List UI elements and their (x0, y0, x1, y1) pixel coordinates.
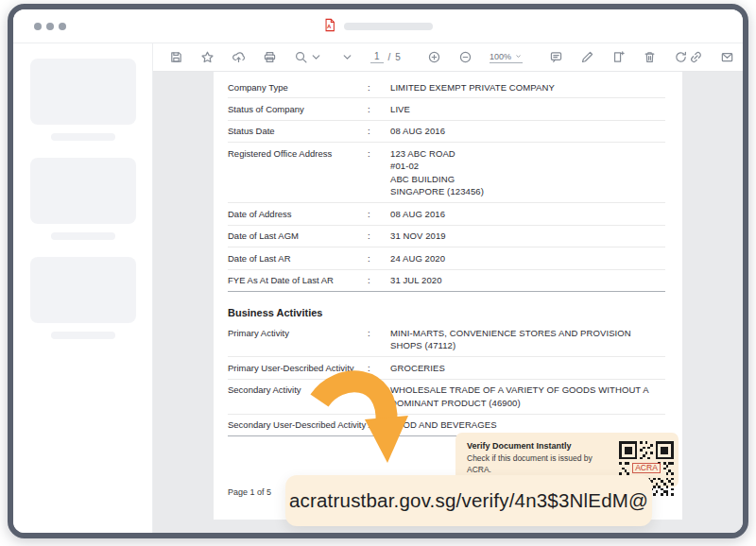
page-footer: Page 1 of 5 (228, 487, 271, 497)
field-colon: : (368, 81, 390, 94)
field-value: 24 AUG 2020 (390, 252, 665, 264)
zoom-level-value: 100% (490, 52, 511, 61)
mail-icon[interactable] (720, 50, 735, 65)
document-field-row: Registered Office Address : 123 ABC ROAD… (228, 143, 665, 203)
field-value: 31 NOV 2019 (390, 230, 665, 242)
field-label: Secondary User-Described Activity (228, 418, 368, 431)
browser-window: A (8, 4, 748, 538)
field-colon: : (368, 274, 390, 286)
field-label: Status of Company (228, 103, 368, 115)
chevron-down-icon[interactable] (308, 50, 323, 65)
refresh-icon[interactable] (674, 50, 689, 65)
page-thumbnail-caption (51, 133, 115, 141)
field-label: Registered Office Address (228, 147, 368, 198)
save-icon[interactable] (168, 50, 183, 65)
document-tab: A (13, 9, 743, 43)
page-thumbnail-caption (51, 232, 115, 240)
star-icon[interactable] (199, 50, 215, 65)
print-icon[interactable] (262, 50, 277, 65)
pdf-file-icon: A (323, 18, 336, 36)
field-label: Date of Address (228, 208, 368, 220)
field-colon: : (368, 362, 390, 374)
document-field-row: Primary Activity : MINI-MARTS, CONVENIEN… (228, 322, 665, 357)
field-colon: : (368, 147, 390, 198)
pdf-viewport: Company Type : LIMITED EXEMPT PRIVATE CO… (153, 72, 743, 537)
company-profile-table: Company Type : LIMITED EXEMPT PRIVATE CO… (228, 77, 665, 292)
cloud-upload-icon[interactable] (231, 50, 246, 65)
field-value: 08 AUG 2016 (390, 208, 665, 220)
document-field-row: Date of Last AR : 24 AUG 2020 (228, 247, 665, 269)
field-label: FYE As At Date of Last AR (228, 274, 368, 286)
field-label: Date of Last AGM (228, 230, 368, 242)
field-value: GROCERIES (390, 362, 665, 374)
page-number-control: 1 / 5 (370, 51, 401, 63)
field-value: WHOLESALE TRADE OF A VARIETY OF GOODS WI… (390, 384, 665, 409)
field-colon: : (368, 418, 390, 431)
qr-acra-label: ACRA (635, 463, 658, 472)
thumbnail-sidebar (13, 43, 153, 537)
document-field-row: Date of Last AGM : 31 NOV 2019 (228, 226, 665, 247)
zoom-out-icon[interactable] (458, 50, 473, 65)
page-divider: / (388, 52, 391, 62)
search-icon[interactable] (293, 50, 308, 65)
document-field-row: Date of Address : 08 AUG 2016 (228, 203, 665, 225)
page-thumbnail-caption (51, 332, 115, 339)
page-total: 5 (395, 52, 401, 62)
trash-icon[interactable] (643, 50, 658, 65)
field-value: 31 JUL 2020 (390, 274, 665, 286)
page-thumbnail-1[interactable] (30, 59, 136, 125)
field-colon: : (368, 103, 390, 115)
new-page-icon[interactable] (611, 50, 627, 65)
comment-icon[interactable] (549, 50, 564, 65)
page-thumbnail-2[interactable] (30, 158, 136, 224)
zoom-level-dropdown[interactable]: 100% (490, 52, 523, 63)
document-field-row: Primary User-Described Activity : GROCER… (228, 357, 665, 379)
field-value: 08 AUG 2016 (390, 125, 665, 137)
field-value: MINI-MARTS, CONVENIENCE STORES AND PROVI… (390, 327, 665, 352)
field-label: Primary User-Described Activity (228, 362, 368, 374)
page-thumbnail-3[interactable] (30, 257, 136, 323)
field-colon: : (368, 208, 390, 220)
document-field-row: Status of Company : LIVE (228, 98, 665, 120)
field-value: LIVE (390, 103, 665, 115)
field-label: Company Type (228, 81, 368, 94)
document-field-row: Status Date : 08 AUG 2016 (228, 121, 665, 143)
zoom-in-icon[interactable] (427, 50, 442, 65)
verify-url-text: acratrustbar.gov.sg/verify/4n3$3NlEdM@ (289, 489, 648, 512)
field-value: 123 ABC ROAD#01-02ABC BUILDINGSINGAPORE … (390, 147, 665, 198)
document-field-row: FYE As At Date of Last AR : 31 JUL 2020 (228, 270, 665, 292)
svg-text:A: A (327, 23, 332, 29)
edit-pencil-icon[interactable] (580, 50, 595, 65)
pdf-toolbar: 1 / 5 100% (153, 43, 743, 72)
section-title: Business Activities (228, 307, 665, 318)
business-activities-table: Primary Activity : MINI-MARTS, CONVENIEN… (228, 322, 665, 436)
document-page: Company Type : LIMITED EXEMPT PRIVATE CO… (214, 72, 682, 520)
document-field-row: Secondary Activity : WHOLESALE TRADE OF … (228, 380, 665, 415)
field-colon: : (368, 230, 390, 242)
field-colon: : (368, 125, 390, 137)
field-label: Date of Last AR (228, 252, 368, 264)
verify-url-pill: acratrustbar.gov.sg/verify/4n3$3NlEdM@ (285, 475, 652, 526)
field-colon: : (368, 252, 390, 264)
field-value: FOOD AND BEVERAGES (390, 418, 665, 431)
field-label: Secondary Activity (228, 384, 368, 409)
field-colon: : (368, 384, 390, 409)
document-field-row: Company Type : LIMITED EXEMPT PRIVATE CO… (228, 77, 665, 98)
chevron-down-icon[interactable] (339, 50, 354, 65)
field-label: Primary Activity (228, 327, 368, 352)
window-titlebar: A (13, 9, 743, 43)
page-number-input[interactable]: 1 (370, 51, 384, 63)
field-colon: : (368, 327, 390, 352)
field-label: Status Date (228, 125, 368, 137)
link-icon[interactable] (689, 50, 704, 65)
field-value: LIMITED EXEMPT PRIVATE COMPANY (390, 81, 665, 94)
verify-body-text: Check if this document is issued by ACRA… (467, 453, 609, 476)
filename-placeholder (344, 23, 433, 30)
